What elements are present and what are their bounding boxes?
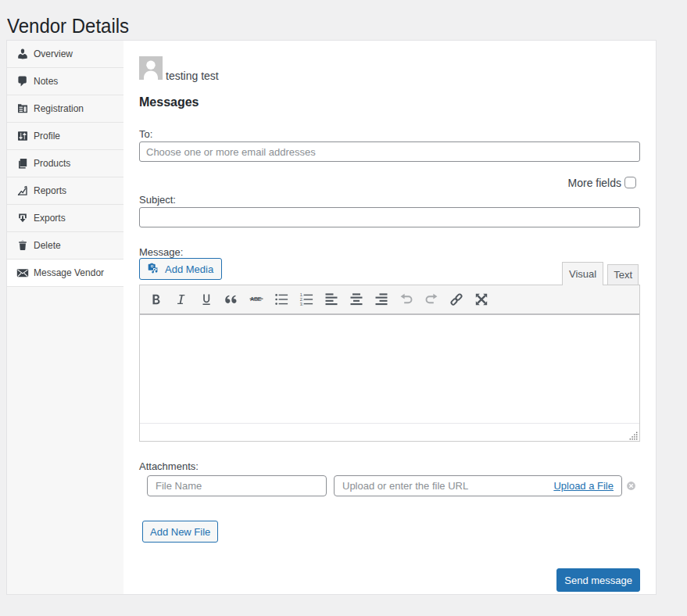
svg-text:3.: 3. bbox=[300, 302, 304, 306]
